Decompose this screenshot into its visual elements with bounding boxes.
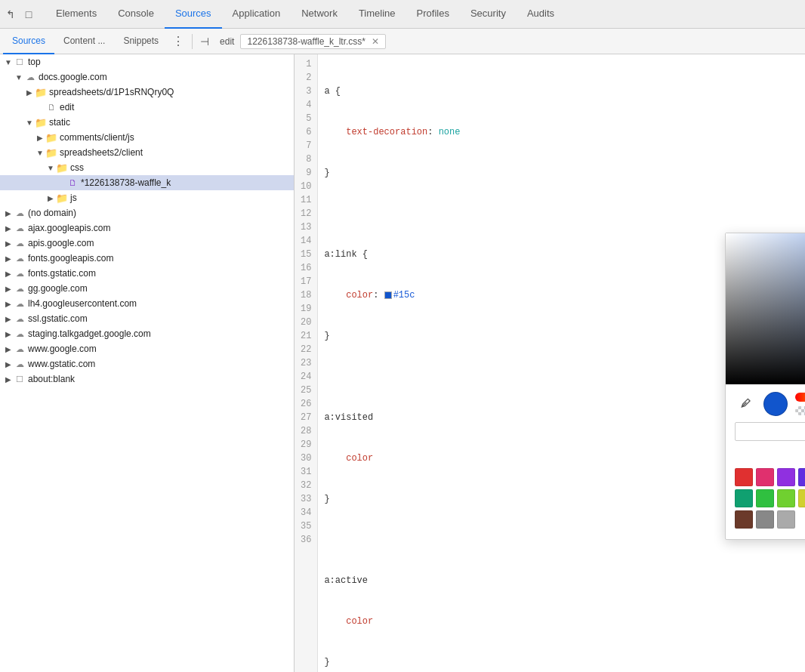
tree-label: docs.google.com <box>39 72 107 82</box>
tree-item-js[interactable]: ▶ 📁 js <box>0 190 294 205</box>
subnav-content[interactable]: Content ... <box>54 29 114 54</box>
swatch-teal[interactable] <box>735 489 753 507</box>
tab-application[interactable]: Application <box>222 0 291 29</box>
tree-item-no-domain[interactable]: ▶ ☁ (no domain) <box>0 205 294 220</box>
swatches-row-3 <box>735 510 805 529</box>
tree-item-edit[interactable]: ▶ 🗋 edit <box>0 100 294 115</box>
code-line-15: } <box>324 655 552 669</box>
folder-icon: 📁 <box>45 146 57 159</box>
subnav-more-dots[interactable]: ⋮ <box>168 34 189 48</box>
code-line-14: color <box>324 615 552 628</box>
swatches-row-1: ▲ ▼ <box>735 468 805 486</box>
tree-label: edit <box>60 102 74 113</box>
tree-item-waffle-css[interactable]: ▶ 🗋 *1226138738-waffle_k <box>0 175 294 190</box>
tab-console[interactable]: Console <box>107 0 165 29</box>
tree-arrow: ▼ <box>14 72 24 82</box>
folder-icon: 📁 <box>56 192 68 204</box>
swatch-red[interactable] <box>735 468 753 486</box>
tree-item-ajax-googleapis[interactable]: ▶ ☁ ajax.googleapis.com <box>0 220 294 236</box>
tree-item-www-google[interactable]: ▶ ☁ www.google.com <box>0 341 294 356</box>
alpha-slider[interactable] <box>795 406 805 415</box>
tree-arrow: ▶ <box>3 268 14 279</box>
color-gradient-canvas[interactable] <box>726 233 805 384</box>
tree-arrow: ▼ <box>24 117 35 128</box>
tree-item-staging-talkgadget[interactable]: ▶ ☁ staging.talkgadget.google.com <box>0 326 294 341</box>
swatch-light-gray[interactable] <box>777 510 795 529</box>
hex-input[interactable] <box>742 426 805 437</box>
main-layout: ▼ ☐ top ▼ ☁ docs.google.com ▶ 📁 spreadsh… <box>0 54 805 672</box>
code-line-6: color: #15c <box>324 288 552 302</box>
tree-item-static[interactable]: ▼ 📁 static <box>0 115 294 130</box>
cloud-icon: ☁ <box>14 297 26 310</box>
tree-label: fonts.gstatic.com <box>28 268 96 279</box>
tree-item-css[interactable]: ▼ 📁 css <box>0 160 294 175</box>
tree-item-fonts-googleapis[interactable]: ▶ ☁ fonts.googleapis.com <box>0 251 294 266</box>
tree-arrow: ▶ <box>3 298 14 309</box>
tree-item-about-blank[interactable]: ▶ ☐ about:blank <box>0 371 294 387</box>
tab-security[interactable]: Security <box>460 0 517 29</box>
file-tree-sidebar: ▼ ☐ top ▼ ☁ docs.google.com ▶ 📁 spreadsh… <box>0 54 295 672</box>
hue-slider[interactable] <box>795 393 805 402</box>
swatch-brown[interactable] <box>735 510 753 529</box>
swatch-green[interactable] <box>756 489 774 507</box>
color-picker-popup: ▲ ▼ HEX ▲ <box>725 233 805 540</box>
swatch-indigo[interactable] <box>798 468 805 486</box>
line-numbers: 1 2 3 4 5 6 7 8 9 10 11 12 13 14 15 16 1… <box>295 54 318 672</box>
subnav-sources[interactable]: Sources <box>3 29 54 54</box>
hex-format-label: HEX <box>735 447 805 456</box>
tree-label: css <box>70 162 84 173</box>
cloud-icon: ☁ <box>14 222 26 234</box>
box-icon[interactable]: □ <box>21 7 36 22</box>
tab-sources[interactable]: Sources <box>165 0 222 29</box>
close-file-icon[interactable]: ✕ <box>372 36 379 47</box>
sub-nav: Sources Content ... Snippets ⋮ ⊣ edit 12… <box>0 29 805 54</box>
open-file-tab[interactable]: 1226138738-waffle_k_ltr.css* ✕ <box>240 34 386 49</box>
tab-network[interactable]: Network <box>291 0 348 29</box>
code-line-4 <box>324 207 552 220</box>
collapse-panel-button[interactable]: ⊣ <box>196 32 214 51</box>
swatch-gray[interactable] <box>756 510 774 529</box>
color-swatches-section: ▲ ▼ <box>726 468 805 539</box>
tree-item-spreadsheets[interactable]: ▶ 📁 spreadsheets/d/1P1sRNQry0Q <box>0 85 294 100</box>
slider-container <box>795 393 805 415</box>
tree-item-docs-google[interactable]: ▼ ☁ docs.google.com <box>0 69 294 85</box>
tree-item-fonts-gstatic[interactable]: ▶ ☁ fonts.gstatic.com <box>0 266 294 281</box>
code-content[interactable]: a { text-decoration: none } a:link { col… <box>318 54 558 672</box>
hex-input-wrap[interactable] <box>735 422 805 441</box>
tab-elements[interactable]: Elements <box>45 0 107 29</box>
tree-item-www-gstatic[interactable]: ▶ ☁ www.gstatic.com <box>0 356 294 371</box>
subnav-separator <box>192 34 193 49</box>
tree-item-top[interactable]: ▼ ☐ top <box>0 54 294 69</box>
tree-item-ssl-gstatic[interactable]: ▶ ☁ ssl.gstatic.com <box>0 311 294 326</box>
tree-item-apis-google[interactable]: ▶ ☁ apis.google.com <box>0 236 294 251</box>
tree-item-lh4-googleusercontent[interactable]: ▶ ☁ lh4.googleusercontent.com <box>0 296 294 311</box>
tree-arrow: ▶ <box>3 313 14 324</box>
folder-icon: 📁 <box>35 86 47 98</box>
tree-arrow: ▶ <box>3 238 14 248</box>
tree-item-comments[interactable]: ▶ 📁 comments/client/js <box>0 130 294 145</box>
tree-label: comments/client/js <box>60 132 134 143</box>
code-line-9: a:visited <box>324 411 552 424</box>
folder-icon: 📁 <box>35 116 47 128</box>
swatch-purple[interactable] <box>777 468 795 486</box>
swatch-yellow-green[interactable] <box>798 489 805 507</box>
editor-area: 1 2 3 4 5 6 7 8 9 10 11 12 13 14 15 16 1… <box>295 54 805 672</box>
code-line-10: color <box>324 452 552 465</box>
tree-arrow: ▶ <box>3 344 14 354</box>
file-name: 1226138738-waffle_k_ltr.css* <box>247 36 365 47</box>
tree-item-spreadsheets2[interactable]: ▼ 📁 spreadsheets2/client <box>0 145 294 160</box>
subnav-snippets[interactable]: Snippets <box>114 29 168 54</box>
swatch-lime[interactable] <box>777 489 795 507</box>
tab-audits[interactable]: Audits <box>517 0 565 29</box>
tree-item-gg-google[interactable]: ▶ ☁ gg.google.com <box>0 281 294 296</box>
tab-timeline[interactable]: Timeline <box>348 0 406 29</box>
tree-label: spreadsheets2/client <box>60 147 143 158</box>
folder-icon: 📁 <box>56 162 68 174</box>
swatch-pink[interactable] <box>756 468 774 486</box>
code-line-1: a { <box>324 85 552 98</box>
eyedropper-button[interactable] <box>735 393 756 415</box>
folder-icon: 📁 <box>45 131 57 143</box>
tab-profiles[interactable]: Profiles <box>406 0 460 29</box>
cursor-icon[interactable]: ↰ <box>3 7 18 22</box>
tree-label: www.google.com <box>28 344 97 354</box>
